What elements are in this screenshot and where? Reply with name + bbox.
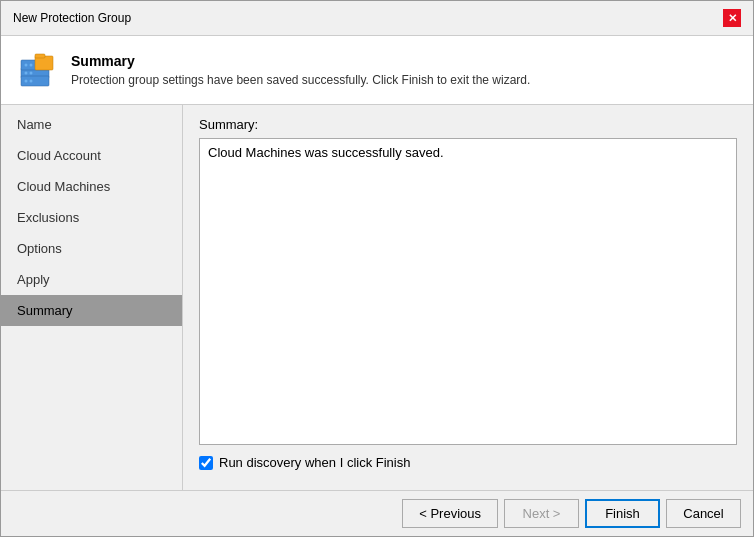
svg-point-9 bbox=[25, 80, 28, 83]
header-content: Summary Protection group settings have b… bbox=[71, 53, 530, 87]
sidebar-item-summary[interactable]: Summary bbox=[1, 295, 182, 326]
body: Name Cloud Account Cloud Machines Exclus… bbox=[1, 105, 753, 490]
header-title: Summary bbox=[71, 53, 530, 69]
sidebar-item-cloud-machines[interactable]: Cloud Machines bbox=[1, 171, 182, 202]
run-discovery-checkbox[interactable] bbox=[199, 456, 213, 470]
previous-button[interactable]: < Previous bbox=[402, 499, 498, 528]
summary-text: Cloud Machines was successfully saved. bbox=[208, 145, 444, 160]
summary-box: Cloud Machines was successfully saved. bbox=[199, 138, 737, 445]
sidebar-item-cloud-account[interactable]: Cloud Account bbox=[1, 140, 182, 171]
sidebar: Name Cloud Account Cloud Machines Exclus… bbox=[1, 105, 183, 490]
sidebar-item-name[interactable]: Name bbox=[1, 109, 182, 140]
finish-button[interactable]: Finish bbox=[585, 499, 660, 528]
sidebar-item-apply[interactable]: Apply bbox=[1, 264, 182, 295]
dialog-title: New Protection Group bbox=[13, 11, 131, 25]
title-bar: New Protection Group ✕ bbox=[1, 1, 753, 36]
svg-point-8 bbox=[30, 64, 33, 67]
header: Summary Protection group settings have b… bbox=[1, 36, 753, 105]
main-content: Summary: Cloud Machines was successfully… bbox=[183, 105, 753, 490]
sidebar-item-options[interactable]: Options bbox=[1, 233, 182, 264]
sidebar-item-exclusions[interactable]: Exclusions bbox=[1, 202, 182, 233]
summary-label: Summary: bbox=[199, 117, 737, 132]
header-description: Protection group settings have been save… bbox=[71, 73, 530, 87]
cancel-button[interactable]: Cancel bbox=[666, 499, 741, 528]
dialog: New Protection Group ✕ Summary Protectio… bbox=[0, 0, 754, 537]
svg-point-7 bbox=[25, 64, 28, 67]
svg-point-6 bbox=[30, 72, 33, 75]
run-discovery-label[interactable]: Run discovery when I click Finish bbox=[219, 455, 410, 470]
header-icon bbox=[17, 50, 57, 90]
svg-rect-4 bbox=[35, 54, 45, 58]
close-button[interactable]: ✕ bbox=[723, 9, 741, 27]
svg-point-10 bbox=[30, 80, 33, 83]
checkbox-row: Run discovery when I click Finish bbox=[199, 455, 737, 470]
next-button[interactable]: Next > bbox=[504, 499, 579, 528]
svg-point-5 bbox=[25, 72, 28, 75]
footer: < Previous Next > Finish Cancel bbox=[1, 490, 753, 536]
